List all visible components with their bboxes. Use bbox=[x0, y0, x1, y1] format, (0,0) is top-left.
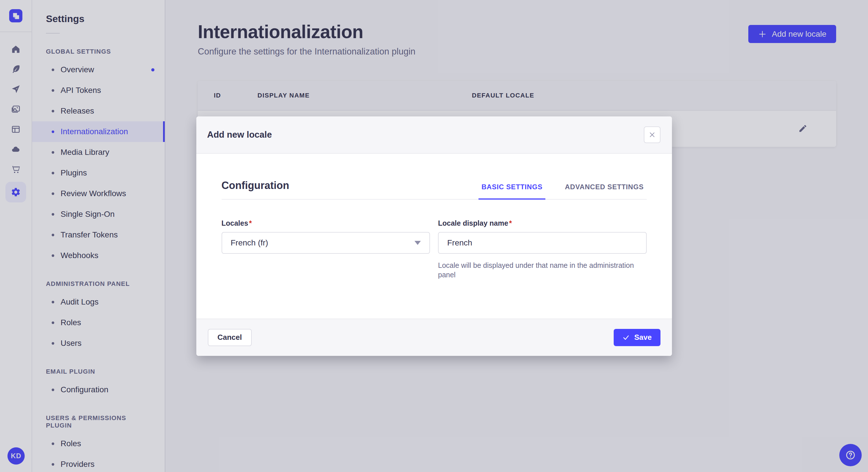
save-button[interactable]: Save bbox=[614, 329, 660, 346]
locales-select[interactable]: French (fr) bbox=[222, 232, 430, 254]
modal-footer: Cancel Save bbox=[196, 318, 672, 356]
chevron-down-icon bbox=[414, 241, 421, 245]
configuration-header-row: Configuration BASIC SETTINGS ADVANCED SE… bbox=[222, 179, 647, 200]
locales-field: Locales* French (fr) bbox=[222, 219, 430, 280]
display-name-field: Locale display name* Locale will be disp… bbox=[438, 219, 647, 280]
required-asterisk: * bbox=[509, 219, 512, 227]
form-fields: Locales* French (fr) Locale display name… bbox=[222, 219, 647, 280]
settings-tabs: BASIC SETTINGS ADVANCED SETTINGS bbox=[478, 183, 646, 199]
configuration-title: Configuration bbox=[222, 179, 289, 199]
required-asterisk: * bbox=[249, 219, 252, 227]
check-icon bbox=[622, 334, 630, 341]
cancel-button[interactable]: Cancel bbox=[208, 329, 252, 346]
display-name-helper-text: Locale will be displayed under that name… bbox=[438, 261, 639, 280]
tab-advanced-settings[interactable]: ADVANCED SETTINGS bbox=[562, 183, 647, 200]
locales-select-value: French (fr) bbox=[231, 238, 268, 247]
close-button[interactable] bbox=[644, 127, 660, 143]
display-name-input[interactable] bbox=[438, 232, 647, 254]
close-icon bbox=[649, 131, 656, 138]
modal-title: Add new locale bbox=[207, 130, 272, 140]
modal-body: Configuration BASIC SETTINGS ADVANCED SE… bbox=[196, 154, 672, 318]
modal-wrapper: Add new locale Configuration BASIC SETTI… bbox=[0, 0, 868, 472]
locales-label: Locales* bbox=[222, 219, 430, 227]
add-locale-modal: Add new locale Configuration BASIC SETTI… bbox=[196, 116, 672, 356]
tab-basic-settings[interactable]: BASIC SETTINGS bbox=[478, 183, 546, 200]
strapi-settings-page: KD Settings GLOBAL SETTINGS Overview API… bbox=[0, 0, 868, 472]
display-name-label: Locale display name* bbox=[438, 219, 647, 227]
modal-header: Add new locale bbox=[196, 116, 672, 154]
